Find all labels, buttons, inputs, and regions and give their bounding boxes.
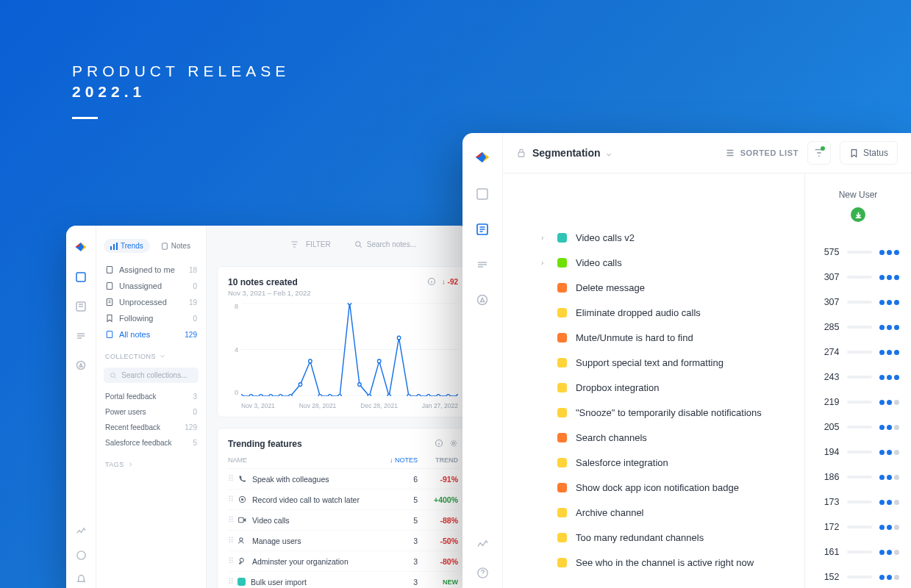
svg-point-3: [76, 551, 85, 559]
feature-label: See who in the channel is active right n…: [576, 557, 754, 568]
collection-item[interactable]: Salesforce feedback5: [96, 435, 206, 451]
app-logo-icon[interactable]: [74, 240, 87, 254]
rail-help-icon[interactable]: [476, 566, 489, 579]
download-badge-icon[interactable]: [851, 207, 865, 222]
search-collections-input[interactable]: Search collections...: [104, 368, 199, 383]
col-notes-header[interactable]: ↓ NOTES: [385, 456, 418, 464]
feature-row[interactable]: Eliminate dropped audio calls: [541, 300, 804, 325]
feature-row[interactable]: Too many redundant channels: [541, 525, 804, 550]
win1-sidebar: Trends Notes Assigned to me18Unassigned0…: [96, 226, 207, 588]
nav-item[interactable]: Following0: [96, 310, 206, 326]
app-logo-icon[interactable]: [474, 149, 490, 165]
feature-row[interactable]: Salesforce integration: [541, 450, 804, 475]
filter-label[interactable]: FILTER: [306, 240, 331, 248]
nav-item[interactable]: Unassigned0: [96, 278, 206, 294]
stat-value: 575: [818, 247, 840, 257]
rail-bell-icon[interactable]: [75, 573, 87, 584]
rail-list-icon[interactable]: [476, 258, 489, 271]
drag-handle-icon[interactable]: ⠿: [228, 495, 232, 504]
rail-list-icon[interactable]: [75, 330, 87, 342]
feature-row[interactable]: Archive channel: [541, 500, 804, 525]
trending-row[interactable]: ⠿Adminster your organization3-80%: [228, 551, 458, 572]
collection-item[interactable]: Recent feedback129: [96, 420, 206, 435]
collection-item[interactable]: Portal feedback3: [96, 389, 206, 404]
feature-row[interactable]: Show dock app icon notification badge: [541, 475, 804, 500]
feature-row[interactable]: Mute/Unmute is hard to find: [541, 325, 804, 350]
feature-label: Show dock app icon notification badge: [576, 482, 739, 493]
rail-explore-icon[interactable]: [476, 293, 489, 306]
stat-dots-icon: [879, 575, 899, 580]
collection-item[interactable]: Power users0: [96, 404, 206, 420]
filter-icon[interactable]: [290, 240, 299, 248]
svg-point-28: [338, 395, 342, 396]
feature-row[interactable]: Search channels: [541, 425, 804, 450]
trend-value: -80%: [418, 557, 458, 566]
feature-label: Speak with colleagues: [252, 475, 329, 484]
stats-header: New User: [805, 190, 911, 200]
trending-row[interactable]: ⠿Manage users3-50%: [228, 531, 458, 551]
collections-header[interactable]: COLLECTIONS: [96, 343, 206, 365]
col-name-header[interactable]: NAME: [228, 456, 385, 464]
filter-button[interactable]: [807, 141, 831, 165]
collection-label: Salesforce feedback: [105, 439, 172, 447]
gear-icon[interactable]: [449, 439, 458, 448]
trend-value: -91%: [418, 475, 458, 484]
search-notes-input[interactable]: Search notes...: [354, 240, 416, 248]
nav-item[interactable]: Assigned to me18: [96, 262, 206, 278]
rail-board-icon[interactable]: [476, 223, 489, 236]
nav-item[interactable]: All notes129: [96, 326, 206, 343]
feature-row[interactable]: "Snooze" to temporarily disable notifica…: [541, 400, 804, 425]
sorted-list-button[interactable]: SORTED LIST: [725, 148, 799, 158]
drag-handle-icon[interactable]: ⠿: [228, 556, 232, 566]
trend-value: NEW: [418, 578, 458, 586]
feature-color-icon: [557, 233, 567, 243]
feature-row[interactable]: Delete message: [541, 275, 804, 300]
info-icon[interactable]: [427, 277, 436, 286]
expand-icon[interactable]: ›: [541, 259, 549, 267]
line-chart: 8 4 0 Nov 3, 2021 Nov 28, 2021: [228, 303, 458, 409]
feature-label: Record video call to watch later: [252, 495, 360, 504]
rail-notes-icon[interactable]: [476, 187, 489, 201]
feature-row[interactable]: Support special text and formatting: [541, 350, 804, 375]
drag-handle-icon[interactable]: ⠿: [228, 577, 232, 587]
feature-row[interactable]: See who in the channel is active right n…: [541, 550, 804, 575]
rail-explore-icon[interactable]: [75, 359, 87, 371]
rail-help-icon[interactable]: [75, 549, 87, 561]
drag-handle-icon[interactable]: ⠿: [228, 515, 232, 525]
trending-row[interactable]: ⠿Bulk user import3NEW: [228, 572, 458, 588]
col-trend-header[interactable]: TREND: [418, 456, 458, 464]
expand-icon[interactable]: ›: [541, 234, 549, 242]
tags-header[interactable]: TAGS: [96, 451, 206, 473]
stat-bar: [847, 576, 872, 578]
rail-notes-icon[interactable]: [75, 271, 87, 283]
win1-main: 10 notes created Nov 3, 2021 – Feb 1, 20…: [207, 226, 469, 588]
feature-row[interactable]: ›Video calls v2: [541, 225, 804, 250]
notes-count: 5: [385, 495, 418, 504]
stat-row: 307: [805, 265, 911, 290]
tab-trends[interactable]: Trends: [104, 239, 150, 253]
tab-notes[interactable]: Notes: [154, 239, 197, 253]
stat-dots-icon: [879, 475, 899, 480]
feature-row[interactable]: ›Video calls: [541, 250, 804, 275]
page-title[interactable]: Segmentation ⌵: [516, 147, 611, 159]
info-icon[interactable]: [435, 439, 443, 448]
feature-row[interactable]: Dropbox integration: [541, 375, 804, 400]
svg-rect-11: [107, 331, 112, 338]
stat-value: 152: [818, 572, 840, 582]
drag-handle-icon[interactable]: ⠿: [228, 536, 232, 545]
rail-board-icon[interactable]: [75, 301, 87, 312]
trending-row[interactable]: ⠿Record video call to watch later5+400%: [228, 490, 458, 510]
nav-count: 129: [185, 331, 197, 339]
status-button[interactable]: Status: [840, 141, 898, 165]
trending-row[interactable]: ⠿Video calls5-88%: [228, 510, 458, 531]
drag-handle-icon[interactable]: ⠿: [228, 474, 232, 484]
win1-nav-rail: [66, 226, 96, 588]
x-axis: Nov 3, 2021 Nov 28, 2021 Dec 28, 2021 Ja…: [241, 402, 458, 409]
trending-row[interactable]: ⠿Speak with colleagues6-91%: [228, 469, 458, 490]
stat-row: 575: [805, 240, 911, 265]
rail-activity-icon[interactable]: [476, 538, 489, 551]
rail-activity-icon[interactable]: [75, 526, 87, 537]
stat-bar: [847, 276, 872, 279]
nav-item[interactable]: Unprocessed19: [96, 294, 206, 310]
notes-count: 6: [385, 475, 418, 484]
